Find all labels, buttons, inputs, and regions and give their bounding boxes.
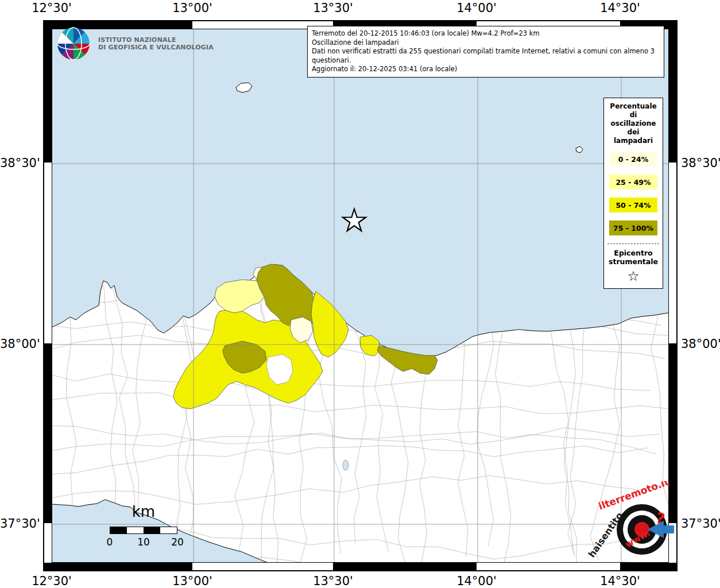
lon-label-bottom: 14°00' bbox=[456, 574, 497, 588]
ingv-globe-icon bbox=[56, 26, 91, 61]
lon-label-top: 12°30' bbox=[32, 1, 72, 15]
lon-label-top: 13°30' bbox=[313, 1, 353, 15]
scale-unit: km bbox=[106, 503, 181, 520]
lat-label-left: 38°30' bbox=[0, 156, 40, 170]
legend-title: Percentuale di oscillazione dei lampadar… bbox=[607, 102, 660, 145]
lat-label-right: 37°30' bbox=[681, 517, 720, 531]
frame-bottom bbox=[44, 562, 676, 570]
legend-epicenter-star-icon: ☆ bbox=[607, 269, 660, 284]
frame-corner bbox=[44, 563, 52, 570]
lon-label-top: 14°00' bbox=[456, 1, 497, 15]
scale-bar-graphic bbox=[110, 527, 177, 534]
frame-left bbox=[44, 21, 52, 570]
scale-tick: 10 bbox=[137, 536, 150, 548]
event-title: Terremoto del 20-12-2015 10:46:03 (ora l… bbox=[312, 29, 660, 38]
scale-ticks: 0 10 20 bbox=[110, 536, 177, 549]
lon-label-bottom: 12°30' bbox=[32, 574, 72, 588]
frame-corner bbox=[44, 21, 52, 29]
scale-bar: km 0 10 20 bbox=[106, 503, 181, 549]
haisentitoilterremoto-logo: ilterremoto.it haisentito www. ? bbox=[583, 481, 680, 579]
ingv-logo: ISTITUTO NAZIONALE DI GEOFISICA E VULCAN… bbox=[56, 26, 214, 61]
lon-label-bottom: 13°00' bbox=[172, 574, 212, 588]
lon-label-top: 13°00' bbox=[172, 1, 212, 15]
lat-label-right: 38°00' bbox=[681, 337, 720, 351]
legend-divider bbox=[607, 243, 659, 244]
pointer-arrow-tail bbox=[664, 525, 674, 533]
lat-label-right: 38°30' bbox=[681, 156, 720, 170]
event-data-note: Dati non verificati estratti da 255 ques… bbox=[312, 47, 660, 65]
ingv-wordmark: ISTITUTO NAZIONALE DI GEOFISICA E VULCAN… bbox=[98, 36, 214, 52]
lake bbox=[343, 460, 349, 470]
legend-class-25-49: 25 - 49% bbox=[609, 175, 657, 189]
legend-class-50-74: 50 - 74% bbox=[609, 198, 657, 212]
event-updated-note: Aggiornato il: 20-12-2025 03:41 (ora loc… bbox=[312, 65, 660, 74]
legend-epicenter-title: Epicentro strumentale bbox=[607, 249, 660, 266]
lat-label-left: 37°30' bbox=[0, 517, 40, 531]
event-effect: Oscillazione dei lampadari bbox=[312, 38, 660, 48]
legend: Percentuale di oscillazione dei lampadar… bbox=[603, 98, 663, 289]
scale-tick: 20 bbox=[171, 536, 184, 548]
lat-label-left: 38°00' bbox=[0, 337, 40, 351]
legend-class-75-100: 75 - 100% bbox=[609, 220, 657, 235]
event-info-box: Terremoto del 20-12-2015 10:46:03 (ora l… bbox=[307, 26, 664, 78]
lon-label-top: 14°30' bbox=[600, 1, 640, 15]
legend-class-0-24: 0 - 24% bbox=[609, 152, 657, 167]
lon-label-bottom: 13°30' bbox=[313, 574, 353, 588]
map-canvas bbox=[52, 29, 671, 565]
scale-tick: 0 bbox=[107, 536, 113, 548]
frame-corner bbox=[669, 21, 676, 29]
